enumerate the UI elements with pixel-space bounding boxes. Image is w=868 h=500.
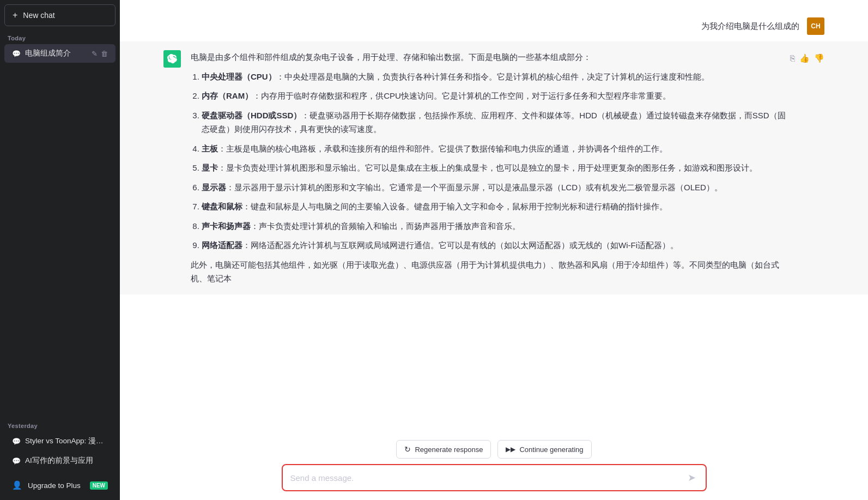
today-section-label: Today xyxy=(0,31,120,44)
user-avatar: CH xyxy=(807,17,824,35)
yesterday-chat-2-title: AI写作的前景与应用 xyxy=(25,456,93,466)
message-actions: ⎘ 👍 👎 xyxy=(790,50,824,65)
yesterday-chat-2[interactable]: 💬 AI写作的前景与应用 xyxy=(4,451,116,470)
continue-button[interactable]: ▶▶ Continue generating xyxy=(497,440,591,459)
assistant-avatar xyxy=(163,50,181,68)
continue-label: Continue generating xyxy=(519,445,583,454)
sidebar: + New chat Today 💬 电脑组成简介 ✎ 🗑 Yesterday … xyxy=(0,0,120,500)
list-item: 内存（RAM）：内存用于临时存储数据和程序，供CPU快速访问。它是计算机的工作空… xyxy=(202,89,790,103)
delete-icon[interactable]: 🗑 xyxy=(101,50,108,58)
action-buttons: ↻ Regenerate response ▶▶ Continue genera… xyxy=(396,440,591,459)
bottom-section: ↻ Regenerate response ▶▶ Continue genera… xyxy=(120,435,868,500)
yesterday-section-label: Yesterday xyxy=(0,418,120,431)
main-area: 为我介绍电脑是什么组成的 CH 电脑是由多个组件和部件组成的复杂电子设备，用于处… xyxy=(120,0,868,500)
response-intro: 电脑是由多个组件和部件组成的复杂电子设备，用于处理、存储和输出数据。下面是电脑的… xyxy=(191,50,790,64)
yesterday-chat-1[interactable]: 💬 Styler vs ToonApp: 漫画脸优差 xyxy=(4,432,116,450)
new-chat-label: New chat xyxy=(23,11,54,20)
list-item: 硬盘驱动器（HDD或SSD）：硬盘驱动器用于长期存储数据，包括操作系统、应用程序… xyxy=(202,109,790,136)
response-footer: 此外，电脑还可能包括其他组件，如光驱（用于读取光盘）、电源供应器（用于为计算机提… xyxy=(191,258,790,286)
message-input[interactable] xyxy=(290,473,681,483)
list-item: 键盘和鼠标：键盘和鼠标是人与电脑之间的主要输入设备。键盘用于输入文字和命令，鼠标… xyxy=(202,200,790,214)
list-item: 网络适配器：网络适配器允许计算机与互联网或局域网进行通信。它可以是有线的（如以太… xyxy=(202,238,790,252)
person-icon: 👤 xyxy=(12,480,22,490)
new-chat-button[interactable]: + New chat xyxy=(4,4,116,26)
new-badge: NEW xyxy=(90,481,108,490)
yesterday-chat-1-title: Styler vs ToonApp: 漫画脸优差 xyxy=(25,436,108,446)
chat-bubble-icon-3: 💬 xyxy=(12,457,21,465)
user-message-row: 为我介绍电脑是什么组成的 CH xyxy=(120,11,868,41)
edit-icon[interactable]: ✎ xyxy=(92,50,98,58)
thumbdown-icon[interactable]: 👎 xyxy=(814,51,824,65)
send-button[interactable]: ➤ xyxy=(685,471,698,485)
active-chat-left: 💬 电脑组成简介 xyxy=(12,49,92,58)
upgrade-button[interactable]: 👤 Upgrade to Plus NEW xyxy=(4,475,116,496)
send-icon: ➤ xyxy=(688,472,696,484)
assistant-message-text: 电脑是由多个组件和部件组成的复杂电子设备，用于处理、存储和输出数据。下面是电脑的… xyxy=(191,50,790,286)
continue-icon: ▶▶ xyxy=(506,445,515,453)
list-item: 显卡：显卡负责处理计算机图形和显示输出。它可以是集成在主板上的集成显卡，也可以是… xyxy=(202,161,790,175)
regenerate-button[interactable]: ↻ Regenerate response xyxy=(396,440,491,459)
yesterday-chat-1-left: 💬 Styler vs ToonApp: 漫画脸优差 xyxy=(12,436,108,446)
chat-bubble-icon-2: 💬 xyxy=(12,437,21,445)
list-item: 显示器：显示器用于显示计算机的图形和文字输出。它通常是一个平面显示屏，可以是液晶… xyxy=(202,180,790,195)
copy-icon[interactable]: ⎘ xyxy=(790,51,795,65)
active-chat-title: 电脑组成简介 xyxy=(25,49,71,58)
list-item: 中央处理器（CPU）：中央处理器是电脑的大脑，负责执行各种计算任务和指令。它是计… xyxy=(202,70,790,84)
chat-item-actions: ✎ 🗑 xyxy=(92,50,108,58)
plus-icon: + xyxy=(13,10,17,20)
response-list: 中央处理器（CPU）：中央处理器是电脑的大脑，负责执行各种计算任务和指令。它是计… xyxy=(191,70,790,252)
assistant-message-row: 电脑是由多个组件和部件组成的复杂电子设备，用于处理、存储和输出数据。下面是电脑的… xyxy=(120,41,868,294)
assistant-message-content: 电脑是由多个组件和部件组成的复杂电子设备，用于处理、存储和输出数据。下面是电脑的… xyxy=(191,50,824,286)
upgrade-label: Upgrade to Plus xyxy=(28,481,81,490)
user-message-text: 为我介绍电脑是什么组成的 xyxy=(701,17,799,33)
regenerate-icon: ↻ xyxy=(404,445,411,454)
regenerate-label: Regenerate response xyxy=(415,445,483,454)
active-chat-item[interactable]: 💬 电脑组成简介 ✎ 🗑 xyxy=(4,44,116,63)
chat-bubble-icon: 💬 xyxy=(12,50,21,58)
yesterday-chat-2-left: 💬 AI写作的前景与应用 xyxy=(12,456,108,466)
list-item: 主板：主板是电脑的核心电路板，承载和连接所有的组件和部件。它提供了数据传输和电力… xyxy=(202,142,790,156)
chat-messages: 为我介绍电脑是什么组成的 CH 电脑是由多个组件和部件组成的复杂电子设备，用于处… xyxy=(120,0,868,435)
input-area: ➤ xyxy=(282,464,707,491)
assistant-message-header: 电脑是由多个组件和部件组成的复杂电子设备，用于处理、存储和输出数据。下面是电脑的… xyxy=(191,50,824,286)
thumbup-icon[interactable]: 👍 xyxy=(799,51,810,65)
list-item: 声卡和扬声器：声卡负责处理计算机的音频输入和输出，而扬声器用于播放声音和音乐。 xyxy=(202,219,790,233)
